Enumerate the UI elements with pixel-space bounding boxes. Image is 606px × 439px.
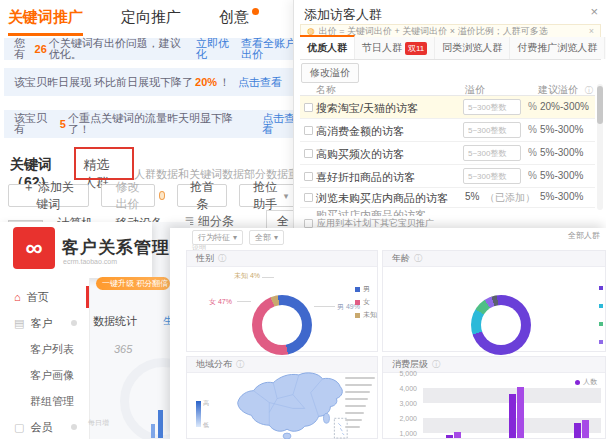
filter-dropdown-all[interactable]: 全部▾ <box>249 230 284 245</box>
tab-festival-audience[interactable]: 节日人群双11 <box>355 37 435 59</box>
legend-square-icon <box>599 304 603 308</box>
info-icon: ⓘ <box>414 253 422 264</box>
bar[interactable] <box>574 423 581 439</box>
row-checkbox[interactable] <box>304 193 313 202</box>
sidebar-item-home[interactable]: ⌂ 首页 <box>0 284 89 310</box>
info-icon: ⓘ <box>218 253 226 264</box>
audience-hint-text: 人群数据和关键词数据部分数据重合 <box>134 167 310 182</box>
home-icon: ⌂ <box>14 291 21 303</box>
sidebar-item-customers[interactable]: ▤ 客户 <box>0 310 89 336</box>
add-keyword-button[interactable]: ＋ 添加关键词 <box>8 184 89 207</box>
age-donut-chart[interactable] <box>471 295 531 355</box>
row-checkbox[interactable] <box>304 172 313 181</box>
tab-paid-promo-browse-audience[interactable]: 付费推广浏览人群 <box>510 37 605 59</box>
leader-line <box>262 277 274 278</box>
checkbox-icon <box>304 219 313 228</box>
caret-down-icon: ▾ <box>284 191 289 201</box>
province-list-line <box>345 412 364 414</box>
legend-square-icon <box>355 300 360 305</box>
members-icon: ▢ <box>14 421 24 434</box>
legend-entry[interactable]: 男 <box>355 284 377 294</box>
china-map[interactable] <box>223 369 355 439</box>
bar[interactable] <box>454 432 461 439</box>
audience-table-header: 名称 溢价 建议溢价 ⓘ <box>300 82 595 96</box>
bar[interactable] <box>582 420 589 439</box>
leader-line <box>237 301 251 302</box>
legend-square-icon <box>355 287 360 292</box>
mini-bar-fragment <box>158 410 163 438</box>
sidebar-item-customer-profile[interactable]: 客户画像 <box>0 362 89 388</box>
gender-donut-chart[interactable] <box>252 295 312 355</box>
notice-impression-drop: 该宝贝昨日展现 环比前日展现下降了 20%！ 点击查看 <box>4 68 306 96</box>
dialog-scrollbar[interactable] <box>597 84 603 210</box>
crm-logo-icon: ∞ <box>13 227 55 269</box>
rank-helper-button[interactable]: 抢位助手 ▾ <box>239 184 299 207</box>
row-checkbox[interactable] <box>304 149 313 158</box>
map-visualmap-gradient <box>196 401 201 427</box>
dialog-title: 添加访客人群 <box>304 6 382 24</box>
tab-creative[interactable]: 创意 <box>219 8 259 27</box>
modify-bid-help-icon <box>159 191 166 200</box>
row-checkbox[interactable] <box>304 126 313 135</box>
bar[interactable] <box>446 435 453 439</box>
leader-line <box>314 306 335 307</box>
tab-premium-audience[interactable]: 优质人群 <box>300 35 355 59</box>
crm-footnote: 每日增 <box>88 418 109 428</box>
visualmap-low-label: 低 <box>203 421 209 430</box>
big-number: 365 <box>114 343 132 355</box>
bar[interactable] <box>509 394 516 439</box>
sidebar-item-group-management[interactable]: 群组管理 <box>0 388 89 414</box>
modify-bid-button[interactable]: 修改出价 <box>101 184 155 207</box>
age-card: 年龄 ⓘ <box>382 250 606 352</box>
crm-header: ∞ 客户关系管理 ecrm.taobao.com <box>0 222 152 278</box>
audience-row: 购买过店内商品的访客 <box>300 208 595 216</box>
stats-title: 数据统计 <box>93 314 137 329</box>
dashboard-window: 行为特征▾ 全部▾ 说明 全部人群 性别 ⓘ 男 49% 女 47% 未知 4%… <box>170 228 606 439</box>
premium-input[interactable] <box>463 99 521 115</box>
grab-top-button[interactable]: 抢首条 <box>177 184 227 207</box>
bar[interactable] <box>517 387 524 439</box>
premium-input[interactable] <box>463 168 521 184</box>
sidebar-item-members[interactable]: ▢ 会员 <box>0 414 89 439</box>
province-list-line <box>345 384 372 386</box>
legend-entry[interactable]: 未知 <box>355 310 377 320</box>
tab-targeted-promotion[interactable]: 定向推广 <box>121 8 181 27</box>
premium-input[interactable] <box>463 145 521 161</box>
sidebar-item-customer-list[interactable]: 客户列表 <box>0 336 89 362</box>
dialog-close-icon[interactable]: × <box>590 4 598 19</box>
consume-bars <box>383 357 606 439</box>
audience-row: 高购买频次的访客 % 5%-300% <box>300 142 595 165</box>
collapse-dot-icon <box>71 320 77 326</box>
crm-subtitle: ecrm.taobao.com <box>63 258 117 265</box>
info-icon: ⓘ <box>585 86 593 95</box>
region-card: 地域分布 ⓘ 高 低 <box>186 356 378 439</box>
province-list-line <box>345 391 370 393</box>
customers-icon: ▤ <box>14 317 24 330</box>
crm-window: ∞ 客户关系管理 ecrm.taobao.com ⌂ 首页 ▤ 客户 客户列表 … <box>0 222 190 439</box>
formula-close-icon[interactable]: × <box>589 26 594 36</box>
tab-similar-browse-audience[interactable]: 同类浏览人群 <box>435 37 510 59</box>
tab-keyword-promotion[interactable]: 关键词推广 <box>8 8 83 36</box>
dashboard-top-right-label[interactable]: 全部人群 <box>568 230 600 241</box>
audience-row: 高消费金额的访客 % 5%-300% <box>300 119 595 142</box>
modify-premium-button[interactable]: 修改溢价 <box>301 63 359 83</box>
legend-square-icon <box>599 322 603 326</box>
optimize-now-link[interactable]: 立即优化 <box>196 38 233 60</box>
legend-square-icon <box>355 313 360 318</box>
row-checkbox[interactable] <box>304 103 313 112</box>
mini-bar-fragment <box>151 424 155 438</box>
gender-legend: 男女未知 <box>355 284 377 323</box>
premium-input[interactable] <box>463 122 521 138</box>
click-to-view-link-1[interactable]: 点击查看 <box>238 77 282 88</box>
province-list-line <box>345 377 375 379</box>
notice-traffic-drop: 该宝贝有 5 个重点关键词的流量昨天明显下降了！ 点击查看 <box>4 110 306 138</box>
province-ranking-list <box>345 377 375 433</box>
legend-entry[interactable]: 女 <box>355 297 377 307</box>
creative-badge-dot <box>252 8 259 15</box>
screenshot-canvas: 关键词推广 定向推广 创意 您有26个关键词有出价问题，建议优化。 立即优化 查… <box>0 0 606 439</box>
audience-row: 浏览未购买店内商品的访客 5% （已添加） 5%-300% <box>300 188 595 208</box>
add-visitor-audience-dialog: 添加访客人群 × ◍ 出价 = 关键词出价 + 关键词出价 × 溢价比例；人群可… <box>293 0 606 230</box>
legend-square-icon <box>599 340 603 344</box>
festival-badge: 双11 <box>405 42 427 55</box>
upgrade-banner[interactable]: 一键升级 积分翻倍 <box>96 277 170 290</box>
